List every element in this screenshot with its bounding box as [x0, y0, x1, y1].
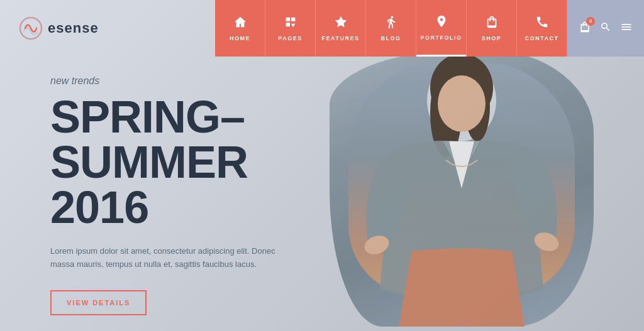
- nav-item-blog[interactable]: BLOG: [366, 0, 416, 57]
- page-wrapper: esense HOME PAGES FEATURES: [0, 0, 644, 331]
- view-details-button[interactable]: VIEW DETAILS: [50, 290, 147, 315]
- home-icon: [233, 15, 247, 31]
- nav-contact-label: CONTACT: [525, 35, 559, 41]
- nav-portfolio-label: PORTFOLIO: [421, 35, 462, 41]
- nav-item-home[interactable]: HOME: [215, 0, 265, 57]
- nav-item-portfolio[interactable]: PORTFOLIO: [416, 0, 467, 57]
- menu-button[interactable]: [620, 21, 633, 36]
- hero-subtitle: new trends: [50, 75, 289, 87]
- brand-name: esense: [48, 20, 99, 36]
- nav-pages-label: PAGES: [278, 35, 302, 41]
- cart-count: 0: [586, 17, 595, 26]
- features-icon: [334, 15, 348, 31]
- nav-home-label: HOME: [230, 35, 250, 41]
- hero-title: SPRING– SUMMER 2016: [50, 94, 289, 230]
- contact-icon: [535, 15, 549, 31]
- shop-icon: [485, 15, 499, 31]
- header: esense HOME PAGES FEATURES: [0, 0, 644, 57]
- svg-point-4: [438, 75, 486, 132]
- nav-item-contact[interactable]: CONTACT: [517, 0, 567, 57]
- hero-model-image: [330, 50, 594, 327]
- svg-marker-8: [335, 16, 346, 27]
- nav-item-features[interactable]: FEATURES: [316, 0, 366, 57]
- nav-extras: 0: [567, 0, 644, 57]
- blog-icon: [384, 15, 398, 31]
- pages-icon: [284, 15, 297, 31]
- portfolio-icon: [435, 14, 448, 31]
- hero-title-line3: 2016: [50, 182, 148, 232]
- nav-item-shop[interactable]: SHOP: [467, 0, 517, 57]
- nav-blog-label: BLOG: [381, 35, 401, 41]
- nav-shop-label: SHOP: [482, 35, 502, 41]
- nav-features-label: FEATURES: [322, 35, 360, 41]
- hero-content: new trends SPRING– SUMMER 2016 Lorem ips…: [50, 75, 289, 315]
- hero-description: Lorem ipsum dolor sit amet, consectetur …: [50, 245, 289, 271]
- nav-item-pages[interactable]: PAGES: [265, 0, 316, 57]
- cart-button[interactable]: 0: [579, 21, 591, 36]
- hero-title-line2: SUMMER: [50, 137, 248, 187]
- logo[interactable]: esense: [0, 16, 118, 40]
- main-nav: HOME PAGES FEATURES BLOG: [215, 0, 644, 57]
- search-button[interactable]: [600, 21, 611, 36]
- hero-title-line1: SPRING–: [50, 92, 245, 142]
- logo-icon: [19, 16, 43, 40]
